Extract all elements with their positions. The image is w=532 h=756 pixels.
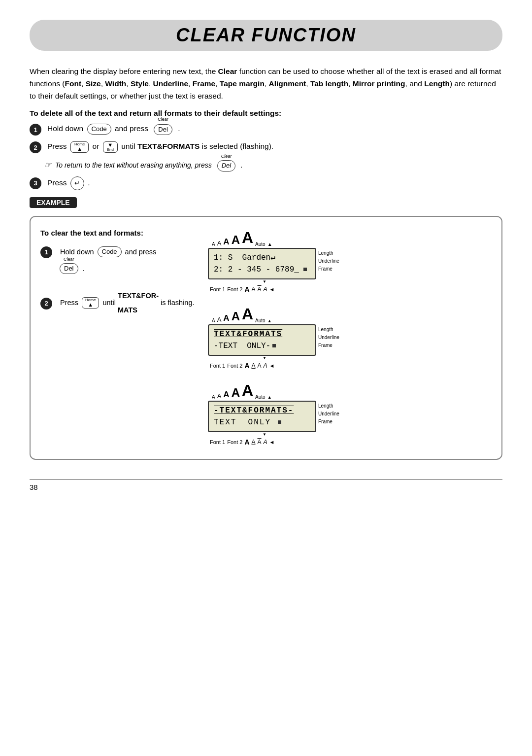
lcd1-side-labels: Length Underline Frame	[318, 248, 339, 273]
lcd3-font-row: A A A A A Auto ▲	[208, 381, 272, 400]
ex-step-num-2: 2	[40, 298, 52, 309]
step-3-list: 3 Press ↵ .	[30, 176, 502, 190]
lcd1-display-wrapper: 1: S Garden↵ 2: 2 - 345 - 6789_ Length U…	[208, 248, 339, 279]
lcd3-tri-down: ▼	[208, 432, 321, 437]
lcd3-screen: -TEXT&FORMATS- TEXT ONLY	[208, 401, 316, 432]
lcd3-row2: TEXT ONLY	[214, 416, 310, 428]
home-key: Home ▲	[70, 141, 89, 153]
lcd3-row1: -TEXT&FORMATS-	[214, 405, 310, 416]
ex-step-1-and: and press	[125, 245, 157, 259]
code-key: Code	[87, 124, 111, 135]
note-del-key: Del	[217, 160, 236, 171]
lcd2-side-labels: Length Underline Frame	[318, 324, 339, 349]
example-step-2-content: 2 Press Home ▲ until TEXT&FOR-MATS is fl…	[40, 289, 198, 317]
lcd1-bottom-row: Font 1 Font 2 A A A A ◄	[208, 285, 274, 293]
ex-del-row: Clear Del .	[58, 263, 198, 274]
lcd-display-1: A A A A A Auto ▲ 1: S Garden↵ 2: 2 - 345…	[208, 229, 339, 293]
note-text: To return to the text without erasing an…	[55, 160, 243, 171]
step-2-content: Press Home ▲ or ▼ End until TEXT&FORMATS…	[47, 140, 273, 152]
lcd3-length: Length	[318, 403, 339, 410]
lcd2-screen: TEXT&FORMATS -TEXT ONLY-	[208, 324, 316, 356]
lcd2-row1: TEXT&FORMATS	[214, 328, 310, 340]
lcd1-underline: Underline	[318, 258, 339, 265]
page-title: CLEAR FUNCTION	[176, 25, 356, 45]
lcd3-underline: Underline	[318, 411, 339, 417]
example-box: To clear the text and formats: 1 Hold do…	[30, 216, 502, 460]
intro-paragraph: When clearing the display before enterin…	[30, 66, 502, 102]
example-inner: To clear the text and formats: 1 Hold do…	[40, 229, 492, 449]
lcd2-row2: -TEXT ONLY-	[214, 340, 310, 352]
lcd3-bottom-row: Font 1 Font 2 A A A A ◄	[208, 438, 274, 446]
step-3-content: Press ↵ .	[47, 176, 90, 190]
ex-del-key: Del	[60, 263, 78, 274]
lcd2-bottom-row: Font 1 Font 2 A A A A ◄	[208, 362, 274, 370]
lcd1-font-row: A A A A A Auto ▲	[208, 229, 272, 247]
lcd3-display-wrapper: -TEXT&FORMATS- TEXT ONLY Length Underlin…	[208, 401, 339, 432]
ex-step-2-until: until	[102, 296, 116, 310]
ex-step-2-bold: TEXT&FOR-MATS	[118, 289, 159, 317]
lcd2-tri-down: ▼	[208, 356, 321, 360]
example-badge: EXAMPLE	[30, 197, 502, 216]
ex-home-key: Home ▲	[82, 297, 99, 309]
note-line: ☞ To return to the text without erasing …	[44, 160, 502, 171]
lcd1-row2: 2: 2 - 345 - 6789_	[214, 264, 310, 275]
step-1: 1 Hold down Code and press Clear Del .	[30, 123, 502, 136]
lcd2-length: Length	[318, 326, 339, 333]
lcd1-tri-down: ▼	[208, 279, 321, 284]
example-right-col: A A A A A Auto ▲ 1: S Garden↵ 2: 2 - 345…	[208, 229, 492, 449]
del-key: Del	[154, 124, 172, 135]
page-number: 38	[30, 483, 38, 491]
lcd1-screen: 1: S Garden↵ 2: 2 - 345 - 6789_	[208, 248, 316, 279]
steps-list: 1 Hold down Code and press Clear Del . 2…	[30, 123, 502, 153]
lcd1-row1: 1: S Garden↵	[214, 252, 310, 264]
title-container: CLEAR FUNCTION	[30, 20, 502, 51]
ex-clear-label: Clear	[64, 257, 74, 262]
step-num-3: 3	[30, 177, 41, 189]
step-2: 2 Press Home ▲ or ▼ End until TEXT&FORMA…	[30, 140, 502, 153]
example-left-col: To clear the text and formats: 1 Hold do…	[40, 229, 198, 449]
lcd3-side-labels: Length Underline Frame	[318, 401, 339, 425]
lcd-display-2: A A A A A Auto ▲ TEXT&FORMATS -TEXT ONLY…	[208, 305, 339, 370]
ex-period-1: .	[83, 265, 85, 273]
step-num-1: 1	[30, 124, 41, 136]
step-num-2: 2	[30, 141, 41, 153]
example-step-1: 1 Hold down Code and press Clear Del .	[40, 245, 198, 274]
note-del-wrapper: Clear Del	[216, 160, 237, 171]
ex-step-2-press: Press	[60, 296, 78, 310]
end-key: ▼ End	[103, 141, 118, 153]
note-icon: ☞	[44, 160, 51, 170]
del-key-wrapper: Clear Del	[152, 123, 174, 135]
lcd1-length: Length	[318, 250, 339, 257]
lcd2-frame: Frame	[318, 342, 339, 349]
ex-step-num-1: 1	[40, 246, 52, 258]
example-title: To clear the text and formats:	[40, 229, 198, 237]
ex-code-key: Code	[98, 246, 122, 257]
lcd1-frame: Frame	[318, 266, 339, 273]
lcd2-display-wrapper: TEXT&FORMATS -TEXT ONLY- Length Underlin…	[208, 324, 339, 356]
lcd3-frame: Frame	[318, 418, 339, 425]
ex-step-2-flash: is flashing.	[161, 296, 195, 310]
lcd2-underline: Underline	[318, 334, 339, 341]
lcd-display-3: A A A A A Auto ▲ -TEXT&FORMATS- TEXT ONL…	[208, 381, 339, 446]
step-1-content: Hold down Code and press Clear Del .	[47, 123, 180, 135]
lcd2-font-row: A A A A A Auto ▲	[208, 305, 272, 323]
step-3: 3 Press ↵ .	[30, 176, 502, 190]
ex-del-wrapper: Clear Del	[58, 263, 80, 274]
enter-key: ↵	[70, 176, 84, 190]
note-clear-label: Clear	[221, 154, 232, 159]
example-step-2: 2 Press Home ▲ until TEXT&FOR-MATS is fl…	[40, 289, 198, 317]
clear-label: Clear	[158, 116, 168, 123]
delete-heading: To delete all of the text and return all…	[30, 109, 502, 118]
page-footer: 38	[30, 480, 502, 491]
